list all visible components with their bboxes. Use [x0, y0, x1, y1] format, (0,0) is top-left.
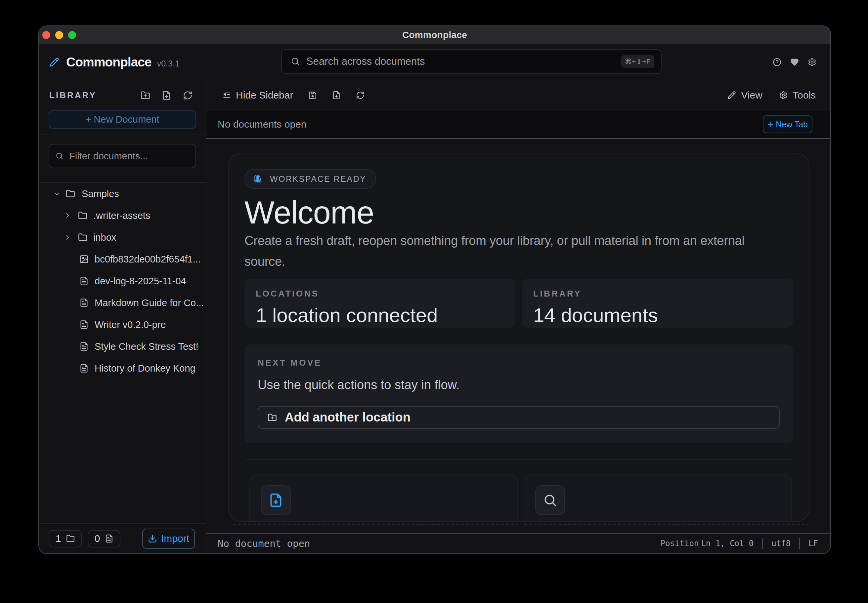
folder-plus-icon	[268, 413, 277, 422]
tree-item-style-check-stress-test-[interactable]: Style Check Stress Test!	[39, 336, 206, 357]
search-icon	[290, 57, 300, 66]
pencil-logo-icon	[49, 57, 59, 67]
hide-sidebar-button[interactable]: Hide Sidebar	[222, 90, 293, 101]
folder-count-badge: 1	[49, 530, 82, 547]
tree-item-label: Markdown Guide for Co...	[95, 298, 204, 308]
tree-item-dev-log-8-2025-11-04[interactable]: dev-log-8-2025-11-04	[39, 270, 206, 292]
locations-value: 1 location connected	[256, 304, 504, 326]
tree-item-label: bc0fb832de00b2f654f1...	[95, 254, 201, 265]
app-brand: Commonplace v0.3.1	[49, 55, 180, 70]
search-placeholder: Search across documents	[306, 56, 425, 67]
sidebar-footer: 1 0 Import	[39, 523, 206, 554]
gear-icon	[779, 91, 787, 99]
welcome-panel: WORKSPACE READY Welcome Create a fresh d…	[228, 153, 809, 522]
hide-sidebar-label: Hide Sidebar	[236, 90, 293, 101]
window-title: Commonplace	[39, 30, 830, 40]
add-location-label: Add another location	[285, 410, 411, 425]
settings-button[interactable]	[808, 58, 817, 66]
document-count: 0	[95, 533, 100, 544]
library-label: LIBRARY	[533, 289, 782, 299]
no-documents-label: No documents open	[218, 119, 307, 130]
position-label: Position	[660, 539, 699, 548]
tree-item--writer-assets[interactable]: .writer-assets	[39, 205, 206, 226]
tree-item-inbox[interactable]: inbox	[39, 226, 206, 248]
search-icon	[543, 493, 557, 507]
file-plus-icon	[268, 493, 283, 507]
titlebar: Commonplace	[39, 26, 830, 44]
divider	[762, 538, 763, 549]
tree-item-writer-v0-2-0-pre[interactable]: Writer v0.2.0-pre	[39, 314, 206, 336]
refresh-toolbar-button[interactable]	[356, 91, 364, 99]
drop-zone	[233, 524, 518, 533]
divider	[799, 538, 800, 549]
app-window: Commonplace Commonplace v0.3.1 Search ac…	[39, 25, 831, 554]
file-text-icon	[79, 342, 88, 351]
folder-icon	[66, 189, 75, 198]
new-document-button[interactable]: + New Document	[49, 110, 196, 128]
app-version: v0.3.1	[157, 59, 180, 68]
position-value: Ln 1, Col 0	[701, 539, 753, 548]
file-text-icon	[79, 363, 88, 373]
workspace-ready-label: WORKSPACE READY	[270, 174, 366, 184]
tree-item-label: .writer-assets	[93, 210, 150, 221]
tree-item-label: Writer v0.2.0-pre	[95, 319, 166, 330]
outdent-icon	[222, 91, 231, 99]
heart-button[interactable]	[790, 58, 799, 66]
folder-count: 1	[56, 533, 61, 544]
save-button[interactable]	[308, 91, 317, 99]
search-shortcut-badge: ⌘+⇧+F	[621, 55, 654, 68]
tree-item-label: Samples	[82, 189, 119, 199]
tree-item-label: History of Donkey Kong	[95, 363, 195, 374]
editor-toolbar: Hide Sidebar View Tools	[206, 80, 830, 110]
new-file-toolbar-button[interactable]	[332, 91, 341, 99]
divider	[39, 135, 206, 135]
folder-icon	[78, 211, 87, 220]
app-header: Commonplace v0.3.1 Search across documen…	[39, 44, 830, 80]
library-card: LIBRARY 14 documents	[522, 279, 793, 328]
help-button[interactable]	[773, 58, 781, 66]
drop-zone	[524, 524, 808, 533]
quick-action-new-document[interactable]	[250, 474, 518, 522]
tree-item-samples[interactable]: Samples	[39, 183, 206, 205]
next-move-label: NEXT MOVE	[258, 358, 780, 368]
filter-documents-input[interactable]: Filter documents...	[49, 144, 196, 168]
welcome-subtitle: Create a fresh draft, reopen something f…	[245, 230, 747, 272]
sidebar: LIBRARY + New Document Filter documents.…	[39, 80, 206, 554]
document-tree: Samples .writer-assets inbox bc0fb832de0…	[39, 183, 206, 523]
chevron-right-icon	[64, 234, 71, 241]
view-label: View	[741, 90, 762, 101]
quick-action-icon-tile	[535, 485, 565, 515]
new-folder-button[interactable]	[141, 91, 150, 100]
tree-item-bc0fb832de00b2f654f1-[interactable]: bc0fb832de00b2f654f1...	[39, 248, 206, 270]
tree-item-history-of-donkey-kong[interactable]: History of Donkey Kong	[39, 357, 206, 379]
filter-placeholder: Filter documents...	[69, 151, 148, 162]
tree-item-label: Style Check Stress Test!	[95, 341, 198, 352]
import-label: Import	[161, 533, 189, 544]
divider	[245, 459, 793, 459]
welcome-view: WORKSPACE READY Welcome Create a fresh d…	[206, 139, 830, 533]
tree-item-label: dev-log-8-2025-11-04	[95, 276, 186, 287]
add-location-button[interactable]: Add another location	[258, 406, 780, 429]
new-file-button[interactable]	[162, 91, 171, 100]
library-icon	[253, 175, 262, 183]
eol-value: LF	[808, 539, 818, 548]
tools-label: Tools	[792, 90, 816, 101]
library-section-label: LIBRARY	[49, 90, 97, 100]
library-value: 14 documents	[533, 304, 782, 326]
quick-action-search[interactable]	[524, 474, 792, 522]
image-icon	[79, 255, 88, 264]
refresh-library-button[interactable]	[183, 91, 192, 100]
new-tab-button[interactable]: + New Tab	[763, 115, 812, 133]
tab-strip: No documents open + New Tab	[206, 110, 830, 139]
tools-menu-button[interactable]: Tools	[779, 90, 816, 101]
folder-icon	[66, 534, 75, 543]
import-button[interactable]: Import	[142, 529, 195, 549]
global-search-input[interactable]: Search across documents ⌘+⇧+F	[281, 49, 662, 74]
status-bar: No document open Position Ln 1, Col 0 ut…	[206, 533, 830, 554]
view-menu-button[interactable]: View	[727, 90, 762, 101]
file-text-icon	[79, 320, 88, 329]
app-name: Commonplace	[66, 55, 152, 70]
tree-item-label: inbox	[93, 232, 116, 243]
encoding-value: utf8	[771, 539, 790, 548]
tree-item-markdown-guide-for-co-[interactable]: Markdown Guide for Co...	[39, 292, 206, 314]
